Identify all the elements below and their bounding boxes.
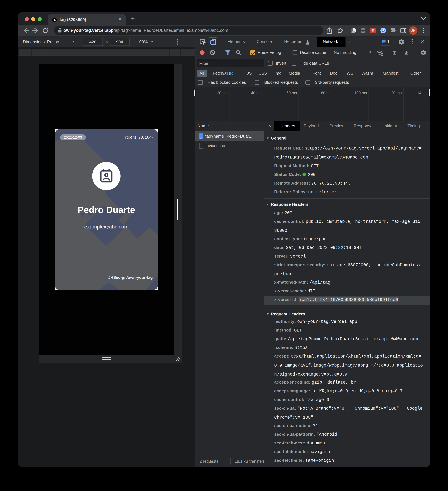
svg-text:example@abc.com: example@abc.com (84, 224, 128, 230)
svg-text:JHSeo-git/own-your-tag: JHSeo-git/own-your-tag (108, 275, 153, 280)
svg-text:Pedro Duarte: Pedro Duarte (78, 205, 135, 215)
svg-text:rgb(71, 78, 104): rgb(71, 78, 104) (125, 135, 153, 139)
svg-text:2022-12-03: 2022-12-03 (64, 135, 82, 139)
